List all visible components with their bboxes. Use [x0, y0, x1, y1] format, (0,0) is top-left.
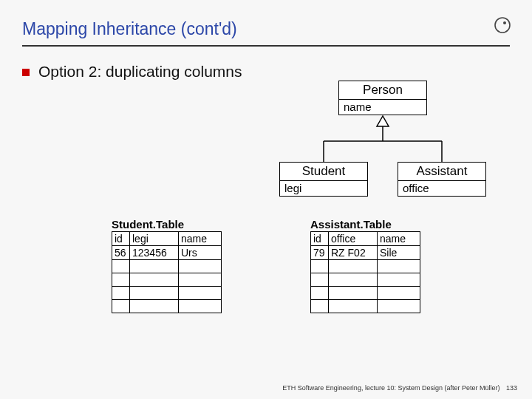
uml-class-attr: legi	[280, 181, 367, 196]
svg-point-0	[495, 18, 510, 33]
col-header: id	[112, 232, 130, 246]
cell: 79	[311, 246, 329, 260]
table-row	[112, 260, 222, 273]
table-row	[311, 287, 420, 300]
page-number: 133	[506, 384, 517, 392]
svg-marker-2	[377, 116, 389, 126]
table-row	[311, 300, 420, 313]
rule	[22, 45, 510, 47]
student-table: id legi name 56 123456 Urs	[112, 231, 222, 313]
table-row	[112, 287, 222, 300]
eth-logo	[494, 16, 511, 37]
bullet-item: Option 2: duplicating columns	[22, 63, 510, 81]
table-row	[112, 300, 222, 313]
svg-point-1	[503, 21, 506, 24]
slide-title: Mapping Inheritance (cont'd)	[22, 19, 510, 39]
uml-class-name: Assistant	[398, 163, 485, 181]
cell: RZ F02	[329, 246, 378, 260]
assistant-table-wrap: Assistant.Table id office name 79 RZ F02…	[310, 218, 420, 313]
uml-class-student: Student legi	[279, 162, 368, 197]
footer-text: ETH Software Engineering, lecture 10: Sy…	[282, 384, 499, 392]
table-row	[311, 273, 420, 287]
col-header: legi	[130, 232, 179, 246]
slide-footer: ETH Software Engineering, lecture 10: Sy…	[282, 384, 517, 392]
uml-class-assistant: Assistant office	[398, 162, 486, 197]
cell: 56	[112, 246, 130, 260]
cell: Sile	[378, 246, 420, 260]
col-header: name	[378, 232, 420, 246]
student-table-wrap: Student.Table id legi name 56 123456 Urs	[112, 218, 222, 313]
uml-class-person: Person name	[338, 81, 427, 115]
db-tables: Student.Table id legi name 56 123456 Urs…	[22, 218, 510, 313]
table-row: 79 RZ F02 Sile	[311, 246, 420, 260]
assistant-table: id office name 79 RZ F02 Sile	[310, 231, 420, 313]
col-header: name	[179, 232, 222, 246]
uml-class-attr: office	[398, 181, 485, 196]
uml-class-attr: name	[339, 100, 426, 115]
table-row	[112, 273, 222, 287]
bullet-square-icon	[22, 69, 30, 76]
col-header: office	[329, 232, 378, 246]
table-title: Student.Table	[112, 218, 222, 231]
cell: 123456	[130, 246, 179, 260]
uml-diagram: Person name Student legi Assistant offic…	[294, 81, 531, 206]
cell: Urs	[179, 246, 222, 260]
bullet-text: Option 2: duplicating columns	[38, 63, 242, 81]
col-header: id	[311, 232, 329, 246]
table-row: 56 123456 Urs	[112, 246, 222, 260]
table-row	[311, 260, 420, 273]
uml-class-name: Person	[339, 81, 426, 100]
uml-class-name: Student	[280, 163, 367, 181]
table-title: Assistant.Table	[310, 218, 420, 231]
table-header-row: id office name	[311, 232, 420, 246]
table-header-row: id legi name	[112, 232, 222, 246]
